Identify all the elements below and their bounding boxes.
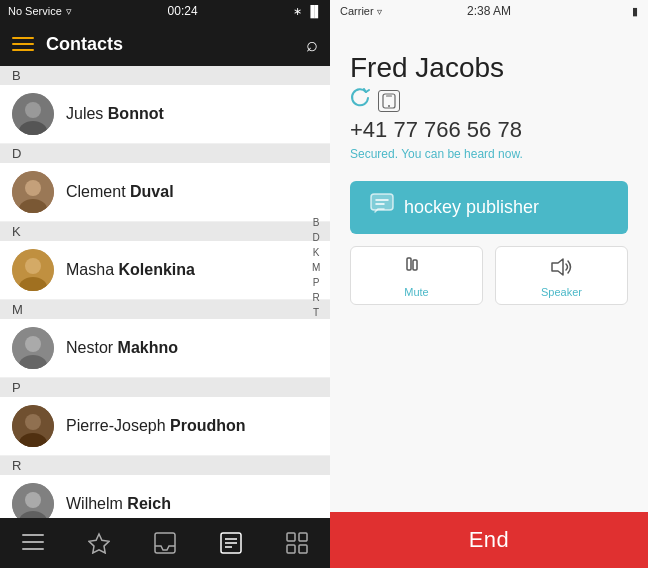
search-icon[interactable]: ⌕ <box>306 33 318 56</box>
svg-rect-23 <box>22 548 44 550</box>
section-header-m: M <box>0 300 330 319</box>
contact-name-bonnot: Jules Bonnot <box>66 105 164 123</box>
contact-item-reich[interactable]: Wilhelm Reich <box>0 475 330 518</box>
time-left: 00:24 <box>168 4 198 18</box>
speaker-label: Speaker <box>541 286 582 298</box>
svg-rect-21 <box>22 534 44 536</box>
svg-point-13 <box>25 414 41 430</box>
svg-point-36 <box>388 105 390 107</box>
contact-item-kolenkina[interactable]: Masha Kolenkina <box>0 241 330 300</box>
svg-rect-41 <box>413 260 417 270</box>
contact-item-duval[interactable]: Clement Duval <box>0 163 330 222</box>
alpha-t[interactable]: T <box>313 305 319 320</box>
right-panel: Carrier ▿ 2:38 AM ▮ Fred Jacobs <box>330 0 648 568</box>
section-header-d: D <box>0 144 330 163</box>
svg-point-16 <box>25 492 41 508</box>
carrier-group: Carrier ▿ <box>340 5 382 17</box>
avatar-makhno <box>12 327 54 369</box>
left-status-group: No Service ▿ <box>8 5 72 18</box>
svg-point-1 <box>25 102 41 118</box>
alpha-k[interactable]: K <box>313 245 320 260</box>
call-area: Fred Jacobs +41 77 766 56 78 Secured. Yo… <box>330 22 648 512</box>
mute-button[interactable]: Mute <box>350 246 483 305</box>
avatar-bonnot <box>12 93 54 135</box>
time-right: 2:38 AM <box>467 4 511 18</box>
section-header-b: B <box>0 66 330 85</box>
svg-rect-32 <box>287 545 295 553</box>
alpha-r[interactable]: R <box>313 290 320 305</box>
contact-name-reich: Wilhelm Reich <box>66 495 171 513</box>
section-header-r: R <box>0 456 330 475</box>
end-label: End <box>469 527 510 553</box>
svg-point-7 <box>25 258 41 274</box>
nav-grid[interactable] <box>275 521 319 565</box>
bottom-nav <box>0 518 330 568</box>
chat-button-label: hockey publisher <box>404 197 539 218</box>
svg-point-10 <box>25 336 41 352</box>
avatar-duval <box>12 171 54 213</box>
wifi-icon: ▿ <box>66 5 72 18</box>
contact-item-proudhon[interactable]: Pierre-Joseph Proudhon <box>0 397 330 456</box>
svg-rect-37 <box>371 194 393 210</box>
svg-rect-40 <box>407 258 411 270</box>
speaker-button[interactable]: Speaker <box>495 246 628 305</box>
call-controls: Mute Speaker <box>350 246 628 305</box>
nav-favorites[interactable] <box>77 521 121 565</box>
svg-rect-22 <box>22 541 44 543</box>
battery-full-icon: ▮ <box>632 5 638 18</box>
contacts-list: B Jules Bonnot D Clement Duval K Masha K… <box>0 66 330 518</box>
svg-rect-31 <box>299 533 307 541</box>
nav-inbox[interactable] <box>143 521 187 565</box>
svg-marker-24 <box>89 534 109 553</box>
alpha-p[interactable]: P <box>313 275 320 290</box>
alpha-m[interactable]: M <box>312 260 320 275</box>
chat-bubble-icon <box>370 193 394 222</box>
right-status-group: ∗ ▐▌ <box>293 5 322 18</box>
battery-icon: ▐▌ <box>306 5 322 17</box>
end-button[interactable]: End <box>330 512 648 568</box>
mute-label: Mute <box>404 286 428 298</box>
no-service-text: No Service <box>8 5 62 17</box>
svg-marker-42 <box>552 259 563 275</box>
avatar-proudhon <box>12 405 54 447</box>
contacts-title: Contacts <box>46 34 294 55</box>
section-header-p: P <box>0 378 330 397</box>
contact-item-makhno[interactable]: Nestor Makhno <box>0 319 330 378</box>
bluetooth-icon: ∗ <box>293 5 302 18</box>
contact-name-proudhon: Pierre-Joseph Proudhon <box>66 417 246 435</box>
contact-name-kolenkina: Masha Kolenkina <box>66 261 195 279</box>
svg-point-4 <box>25 180 41 196</box>
alpha-b[interactable]: B <box>313 215 320 230</box>
phone-device-icon <box>378 90 400 112</box>
nav-contacts[interactable] <box>209 521 253 565</box>
contact-name-duval: Clement Duval <box>66 183 174 201</box>
mute-icon <box>406 257 428 282</box>
contact-name-makhno: Nestor Makhno <box>66 339 178 357</box>
status-bar-left: No Service ▿ 00:24 ∗ ▐▌ <box>0 0 330 22</box>
chat-button[interactable]: hockey publisher <box>350 181 628 234</box>
hamburger-icon[interactable] <box>12 37 34 51</box>
refresh-icon <box>350 88 370 113</box>
section-header-k: K <box>0 222 330 241</box>
secured-text: Secured. You can be heard now. <box>350 147 523 161</box>
svg-rect-33 <box>299 545 307 553</box>
svg-rect-30 <box>287 533 295 541</box>
header-bar: Contacts ⌕ <box>0 22 330 66</box>
nav-list[interactable] <box>11 521 55 565</box>
phone-number: +41 77 766 56 78 <box>350 117 522 143</box>
left-panel: No Service ▿ 00:24 ∗ ▐▌ Contacts ⌕ B Jul… <box>0 0 330 568</box>
caller-name: Fred Jacobs <box>350 52 504 84</box>
contact-item-bonnot[interactable]: Jules Bonnot <box>0 85 330 144</box>
alpha-d[interactable]: D <box>313 230 320 245</box>
avatar-kolenkina <box>12 249 54 291</box>
wifi-icon-right: ▿ <box>377 6 382 17</box>
status-bar-right: Carrier ▿ 2:38 AM ▮ <box>330 0 648 22</box>
alphabet-sidebar: B D K M P R T <box>312 215 320 320</box>
speaker-icon <box>550 257 574 282</box>
svg-rect-35 <box>386 95 392 96</box>
call-status-row <box>350 88 400 113</box>
avatar-reich <box>12 483 54 518</box>
carrier-label: Carrier <box>340 5 374 17</box>
